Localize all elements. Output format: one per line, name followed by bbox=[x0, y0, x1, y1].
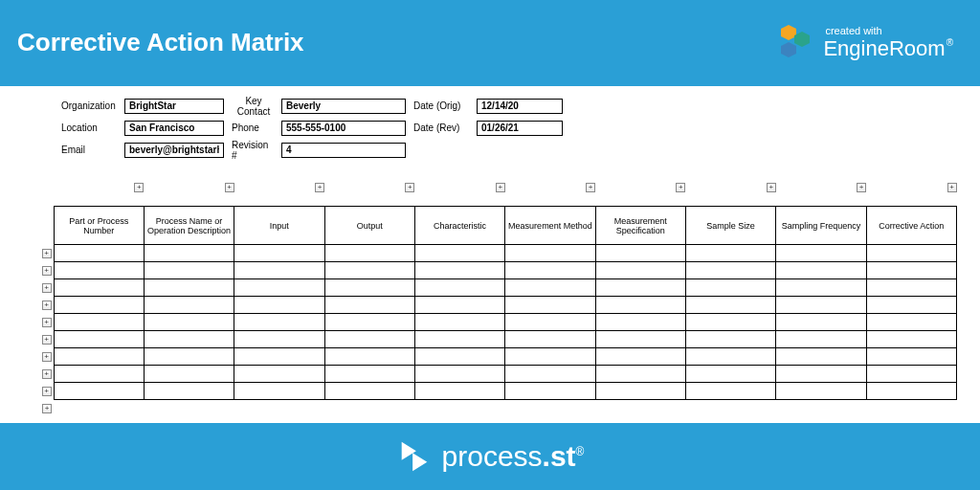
matrix-cell[interactable] bbox=[595, 331, 685, 348]
matrix-cell[interactable] bbox=[324, 297, 414, 314]
matrix-cell[interactable] bbox=[144, 279, 234, 297]
matrix-cell[interactable] bbox=[776, 297, 866, 314]
matrix-cell[interactable] bbox=[144, 297, 234, 314]
matrix-cell[interactable] bbox=[866, 331, 956, 348]
matrix-cell[interactable] bbox=[685, 262, 775, 279]
matrix-cell[interactable] bbox=[144, 262, 234, 279]
matrix-cell[interactable] bbox=[414, 297, 504, 314]
matrix-cell[interactable] bbox=[324, 366, 414, 383]
matrix-cell[interactable] bbox=[595, 262, 685, 279]
matrix-cell[interactable] bbox=[54, 279, 144, 297]
matrix-cell[interactable] bbox=[324, 245, 414, 262]
matrix-cell[interactable] bbox=[414, 279, 504, 297]
matrix-cell[interactable] bbox=[414, 366, 504, 383]
matrix-cell[interactable] bbox=[505, 348, 595, 366]
matrix-cell[interactable] bbox=[144, 314, 234, 331]
add-row-button[interactable]: + bbox=[42, 404, 52, 413]
daterev-input[interactable] bbox=[477, 121, 563, 136]
matrix-cell[interactable] bbox=[776, 314, 866, 331]
matrix-cell[interactable] bbox=[595, 314, 685, 331]
matrix-cell[interactable] bbox=[776, 383, 866, 400]
matrix-cell[interactable] bbox=[776, 331, 866, 348]
matrix-cell[interactable] bbox=[685, 366, 775, 383]
matrix-cell[interactable] bbox=[866, 314, 956, 331]
revision-input[interactable] bbox=[281, 143, 406, 158]
matrix-cell[interactable] bbox=[685, 383, 775, 400]
matrix-cell[interactable] bbox=[324, 383, 414, 400]
matrix-cell[interactable] bbox=[866, 262, 956, 279]
matrix-cell[interactable] bbox=[685, 348, 775, 366]
matrix-cell[interactable] bbox=[144, 348, 234, 366]
matrix-cell[interactable] bbox=[54, 245, 144, 262]
matrix-cell[interactable] bbox=[234, 297, 324, 314]
matrix-cell[interactable] bbox=[595, 279, 685, 297]
add-column-button[interactable]: + bbox=[496, 183, 505, 192]
matrix-cell[interactable] bbox=[234, 279, 324, 297]
add-column-button[interactable]: + bbox=[405, 183, 414, 192]
add-row-button[interactable]: + bbox=[42, 335, 52, 345]
matrix-cell[interactable] bbox=[505, 262, 595, 279]
add-row-button[interactable]: + bbox=[42, 352, 52, 362]
matrix-cell[interactable] bbox=[144, 366, 234, 383]
add-row-button[interactable]: + bbox=[42, 387, 52, 396]
matrix-cell[interactable] bbox=[324, 262, 414, 279]
dateorig-input[interactable] bbox=[477, 99, 563, 114]
matrix-cell[interactable] bbox=[234, 314, 324, 331]
matrix-cell[interactable] bbox=[414, 245, 504, 262]
matrix-cell[interactable] bbox=[234, 262, 324, 279]
matrix-cell[interactable] bbox=[144, 383, 234, 400]
matrix-cell[interactable] bbox=[776, 348, 866, 366]
matrix-cell[interactable] bbox=[234, 331, 324, 348]
matrix-cell[interactable] bbox=[776, 245, 866, 262]
matrix-cell[interactable] bbox=[54, 297, 144, 314]
add-row-button[interactable]: + bbox=[42, 249, 52, 258]
matrix-cell[interactable] bbox=[685, 314, 775, 331]
matrix-cell[interactable] bbox=[505, 314, 595, 331]
email-input[interactable] bbox=[124, 143, 224, 158]
matrix-cell[interactable] bbox=[776, 366, 866, 383]
add-row-button[interactable]: + bbox=[42, 318, 52, 327]
add-column-button[interactable]: + bbox=[857, 183, 866, 192]
matrix-cell[interactable] bbox=[414, 331, 504, 348]
matrix-cell[interactable] bbox=[234, 383, 324, 400]
matrix-cell[interactable] bbox=[866, 366, 956, 383]
add-row-button[interactable]: + bbox=[42, 369, 52, 379]
keycontact-input[interactable] bbox=[281, 99, 406, 114]
matrix-cell[interactable] bbox=[234, 245, 324, 262]
add-column-button[interactable]: + bbox=[947, 183, 957, 192]
matrix-cell[interactable] bbox=[866, 348, 956, 366]
add-column-button[interactable]: + bbox=[225, 183, 234, 192]
matrix-cell[interactable] bbox=[54, 366, 144, 383]
matrix-cell[interactable] bbox=[595, 297, 685, 314]
matrix-cell[interactable] bbox=[866, 297, 956, 314]
matrix-cell[interactable] bbox=[414, 383, 504, 400]
add-row-button[interactable]: + bbox=[42, 283, 52, 293]
add-column-button[interactable]: + bbox=[676, 183, 685, 192]
matrix-cell[interactable] bbox=[685, 245, 775, 262]
matrix-cell[interactable] bbox=[866, 383, 956, 400]
matrix-cell[interactable] bbox=[505, 279, 595, 297]
matrix-cell[interactable] bbox=[324, 279, 414, 297]
matrix-cell[interactable] bbox=[595, 348, 685, 366]
matrix-cell[interactable] bbox=[414, 348, 504, 366]
matrix-cell[interactable] bbox=[685, 297, 775, 314]
matrix-cell[interactable] bbox=[776, 279, 866, 297]
matrix-cell[interactable] bbox=[866, 279, 956, 297]
matrix-cell[interactable] bbox=[54, 331, 144, 348]
phone-input[interactable] bbox=[281, 121, 406, 136]
matrix-cell[interactable] bbox=[414, 314, 504, 331]
add-row-button[interactable]: + bbox=[42, 266, 52, 276]
matrix-cell[interactable] bbox=[505, 297, 595, 314]
matrix-cell[interactable] bbox=[324, 331, 414, 348]
matrix-cell[interactable] bbox=[414, 262, 504, 279]
matrix-cell[interactable] bbox=[54, 262, 144, 279]
matrix-cell[interactable] bbox=[234, 366, 324, 383]
matrix-cell[interactable] bbox=[54, 383, 144, 400]
matrix-cell[interactable] bbox=[776, 262, 866, 279]
matrix-cell[interactable] bbox=[595, 366, 685, 383]
matrix-cell[interactable] bbox=[866, 245, 956, 262]
add-row-button[interactable]: + bbox=[42, 301, 52, 310]
matrix-cell[interactable] bbox=[505, 331, 595, 348]
location-input[interactable] bbox=[124, 121, 224, 136]
matrix-cell[interactable] bbox=[685, 331, 775, 348]
